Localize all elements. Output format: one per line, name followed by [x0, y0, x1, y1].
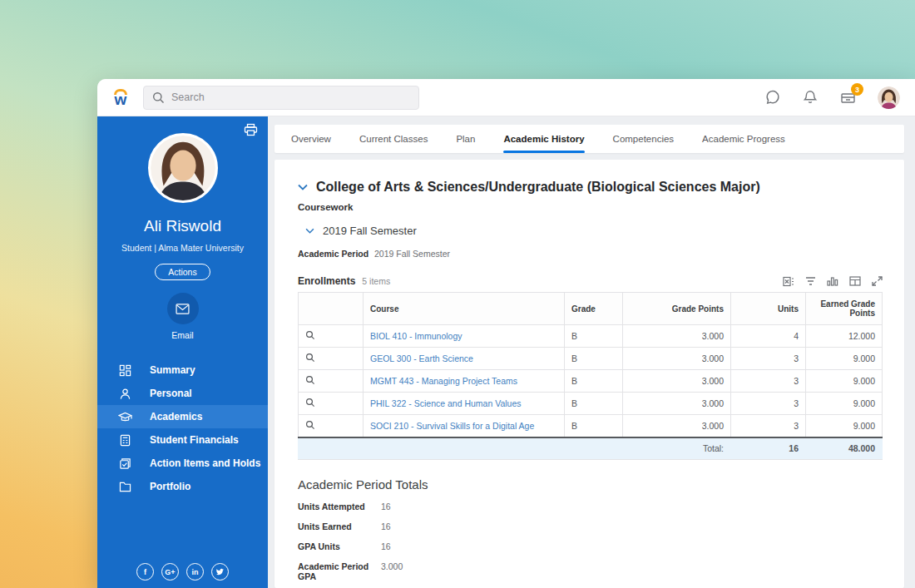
grade-points-cell: 3.000 [623, 370, 731, 393]
tab-academic-progress[interactable]: Academic Progress [702, 125, 785, 153]
units-cell: 3 [731, 348, 806, 370]
tab-competencies[interactable]: Competencies [613, 125, 675, 153]
workday-logo[interactable]: w [109, 89, 132, 106]
collapse-semester-chevron-icon[interactable] [305, 228, 314, 234]
summary-grid-icon [117, 364, 132, 377]
actions-button[interactable]: Actions [155, 264, 210, 280]
sidebar-item-label: Portfolio [150, 481, 190, 492]
grade-cell: B [565, 393, 623, 415]
academic-period-value: 2019 Fall Semester [374, 249, 450, 259]
calculator-icon [117, 434, 132, 447]
print-icon[interactable] [244, 123, 258, 136]
table-row: SOCI 210 - Survival Skills for a Digital… [299, 415, 883, 437]
export-to-excel-icon[interactable] [783, 276, 794, 287]
course-link[interactable]: PHIL 322 - Science and Human Values [370, 398, 522, 408]
sidebar-item-label: Personal [150, 388, 192, 399]
table-settings-icon[interactable] [849, 276, 861, 287]
column-header-earned-grade-points[interactable]: Earned Grade Points [806, 293, 883, 325]
total-label: Total: [623, 437, 731, 460]
units-cell: 3 [731, 393, 806, 415]
course-link[interactable]: MGMT 443 - Managing Project Teams [370, 376, 517, 386]
tab-bar: Overview Current Classes Plan Academic H… [274, 125, 904, 153]
chat-icon[interactable] [764, 89, 781, 106]
email-envelope-icon [176, 304, 190, 314]
course-link[interactable]: SOCI 210 - Survival Skills for a Digital… [370, 421, 534, 431]
total-units: 16 [731, 437, 806, 460]
stat-label: Units Earned [298, 521, 381, 531]
workday-logo-letter: w [115, 94, 127, 106]
column-header-course[interactable]: Course [364, 293, 565, 325]
sidebar-item-label: Action Items and Holds [150, 457, 260, 469]
column-header-grade-points[interactable]: Grade Points [623, 293, 731, 325]
row-magnifier-icon[interactable] [305, 353, 315, 363]
academic-history-panel: College of Arts & Sciences/Undergraduate… [274, 160, 904, 588]
grade-cell: B [565, 325, 623, 348]
profile-photo[interactable] [148, 133, 218, 203]
top-bar: w [97, 79, 915, 116]
person-icon [117, 388, 132, 400]
sidebar-item-student-financials[interactable]: Student Financials [97, 428, 268, 452]
enrollments-table: Course Grade Grade Points Units Earned G… [298, 292, 883, 460]
chart-icon[interactable] [827, 276, 838, 287]
grade-cell: B [565, 370, 623, 393]
list-item: Units Earned 16 [298, 521, 883, 531]
row-magnifier-icon[interactable] [305, 375, 315, 385]
table-row: PHIL 322 - Science and Human Values B 3.… [299, 393, 883, 415]
academic-period-totals-title: Academic Period Totals [298, 477, 883, 492]
column-header-grade[interactable]: Grade [565, 293, 623, 325]
sidebar-item-personal[interactable]: Personal [97, 382, 268, 405]
main-area: Overview Current Classes Plan Academic H… [268, 116, 915, 588]
sidebar-item-academics[interactable]: Academics [97, 405, 268, 428]
filter-icon[interactable] [805, 276, 816, 287]
collapse-program-chevron-icon[interactable] [298, 184, 308, 190]
action-items-check-icon [117, 457, 132, 470]
search-box[interactable] [143, 86, 419, 110]
profile-subtitle: Student | Alma Mater University [121, 243, 244, 253]
search-input[interactable] [171, 91, 410, 103]
semester-title: 2019 Fall Semester [323, 225, 417, 237]
tab-overview[interactable]: Overview [291, 125, 331, 153]
table-row: MGMT 443 - Managing Project Teams B 3.00… [299, 370, 883, 393]
program-title: College of Arts & Sciences/Undergraduate… [316, 180, 760, 195]
sidebar-item-action-items-and-holds[interactable]: Action Items and Holds [97, 452, 268, 475]
graduation-cap-icon [117, 411, 132, 423]
row-magnifier-icon[interactable] [305, 420, 315, 430]
earned-grade-points-cell: 9.000 [806, 348, 883, 370]
stat-value: 16 [381, 541, 391, 551]
table-row: BIOL 410 - Immunology B 3.000 4 12.000 [299, 325, 883, 348]
tab-academic-history[interactable]: Academic History [503, 125, 584, 153]
twitter-icon[interactable] [211, 563, 229, 581]
grade-points-cell: 3.000 [623, 393, 731, 415]
grade-cell: B [565, 348, 623, 370]
email-button[interactable] [167, 293, 199, 324]
sidebar-item-label: Summary [150, 364, 195, 376]
linkedin-icon[interactable]: in [186, 563, 204, 581]
inbox-icon[interactable]: 3 [839, 89, 857, 106]
course-link[interactable]: GEOL 300 - Earth Science [370, 353, 473, 363]
sidebar-item-label: Student Financials [150, 434, 239, 446]
academic-period-totals: Units Attempted 16 Units Earned 16 GPA U… [298, 502, 883, 581]
row-magnifier-icon[interactable] [305, 398, 315, 408]
facebook-icon[interactable]: f [136, 563, 154, 581]
list-item: Academic Period GPA 3.000 [298, 561, 883, 581]
row-magnifier-icon[interactable] [305, 330, 315, 340]
tab-current-classes[interactable]: Current Classes [359, 125, 428, 153]
academic-period-label: Academic Period [298, 249, 374, 259]
sidebar-item-portfolio[interactable]: Portfolio [97, 475, 268, 498]
grid-toolbar [783, 276, 883, 287]
expand-grid-icon[interactable] [872, 276, 883, 287]
email-group: Email [167, 293, 199, 340]
profile-name: Ali Riswold [144, 217, 221, 235]
user-avatar[interactable] [878, 86, 900, 109]
tab-plan[interactable]: Plan [456, 125, 475, 153]
google-plus-icon[interactable]: G+ [161, 563, 179, 581]
social-links: f G+ in [97, 563, 268, 581]
notifications-bell-icon[interactable] [802, 89, 819, 106]
course-link[interactable]: BIOL 410 - Immunology [370, 331, 462, 341]
column-header-units[interactable]: Units [731, 293, 806, 325]
inbox-badge: 3 [851, 83, 863, 96]
table-total-row: Total: 16 48.000 [299, 437, 883, 460]
sidebar-item-summary[interactable]: Summary [97, 358, 268, 382]
units-cell: 3 [731, 370, 806, 393]
table-row: GEOL 300 - Earth Science B 3.000 3 9.000 [299, 348, 883, 370]
